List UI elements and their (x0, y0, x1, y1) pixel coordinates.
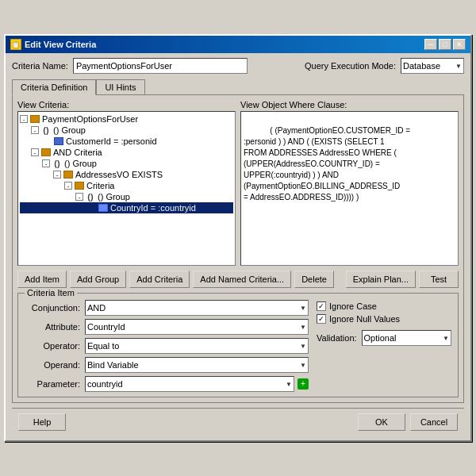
view-criteria-tree[interactable]: - PaymentOptionsForUser - () (17, 111, 236, 266)
main-window: 📋 Edit View Criteria ─ □ ✕ Criteria Name… (4, 34, 472, 442)
country-field-icon (98, 204, 108, 212)
toggle-addr[interactable]: - (53, 171, 61, 178)
tree-item-criteria1[interactable]: - Criteria (20, 180, 233, 191)
icon-and (40, 148, 52, 157)
icon-addr (63, 170, 74, 179)
ignore-null-row: ✓ Ignore Null Values (317, 314, 451, 324)
tree-label-root: PaymentOptionsForUser (42, 114, 138, 124)
view-criteria-label: View Criteria: (17, 100, 236, 109)
tree-item-root[interactable]: - PaymentOptionsForUser (20, 113, 233, 125)
operator-label: Operator: (25, 341, 80, 351)
criteria-item-left: Conjunction: AND Attribute: CountryId (25, 300, 309, 392)
view-where-panel: View Object Where Clause: ( (PaymentOpti… (240, 100, 459, 266)
ignore-null-label: Ignore Null Values (329, 314, 400, 324)
toggle-criteria1[interactable]: - (64, 182, 72, 190)
operand-select[interactable]: Bind Variable (85, 357, 309, 373)
attribute-wrapper[interactable]: CountryId (85, 319, 309, 335)
toggle-group1[interactable]: - (31, 126, 39, 134)
help-button[interactable]: Help (18, 413, 66, 431)
title-bar-left: 📋 Edit View Criteria (10, 39, 96, 50)
ignore-case-checkbox[interactable]: ✓ (317, 301, 326, 311)
title-bar: 📋 Edit View Criteria ─ □ ✕ (6, 36, 470, 53)
explain-plan-button[interactable]: Explain Plan... (346, 271, 416, 288)
add-named-criteria-button[interactable]: Add Named Criteria... (193, 271, 291, 288)
criteria-name-input[interactable] (73, 58, 248, 74)
toggle-and[interactable]: - (31, 148, 39, 156)
window-icon: 📋 (10, 39, 21, 50)
tree-item-and[interactable]: - AND Criteria (20, 147, 233, 158)
criteria-item-right: ✓ Ignore Case ✓ Ignore Null Values Valid… (317, 300, 451, 392)
icon-group1: () (40, 125, 52, 135)
tree-item-countryid[interactable]: CountryId = :countryid (20, 202, 233, 213)
tree-item-group3[interactable]: - () () Group (20, 191, 233, 202)
add-group-button[interactable]: Add Group (70, 271, 126, 288)
close-button[interactable]: ✕ (453, 39, 466, 50)
addr-icon (63, 171, 73, 178)
conjunction-select[interactable]: AND (85, 300, 309, 316)
ignore-null-checkbox[interactable]: ✓ (317, 314, 326, 324)
parameter-select[interactable]: countryid (85, 376, 294, 392)
conjunction-wrapper[interactable]: AND (85, 300, 309, 316)
maximize-button[interactable]: □ (439, 39, 451, 50)
two-panel: View Criteria: - PaymentOptionsForUser (17, 100, 459, 266)
validation-row: Validation: Optional (317, 330, 451, 346)
operand-label: Operand: (25, 360, 80, 370)
toggle-group2[interactable]: - (42, 159, 50, 167)
validation-select[interactable]: Optional (362, 330, 451, 346)
tree-label-addr: AddressesVO EXISTS (75, 170, 163, 179)
operand-wrapper[interactable]: Bind Variable (85, 357, 309, 373)
view-criteria-panel: View Criteria: - PaymentOptionsForUser (17, 100, 236, 266)
view-where-label: View Object Where Clause: (240, 100, 459, 109)
ignore-case-label: Ignore Case (329, 301, 377, 311)
tree-label-and: AND Criteria (53, 148, 102, 157)
tree-label-group3: () Group (98, 192, 130, 202)
tree-label-customerid: CustomerId = :personid (66, 136, 157, 146)
ok-button[interactable]: OK (358, 413, 405, 431)
add-criteria-button[interactable]: Add Criteria (129, 271, 190, 288)
validation-label: Validation: (317, 333, 357, 343)
tree-item-group1[interactable]: - () () Group (20, 125, 233, 136)
criteria-item-title: Criteria Item (25, 288, 77, 298)
tab-criteria[interactable]: Criteria Definition (12, 79, 96, 95)
parameter-label: Parameter: (25, 379, 80, 389)
tree-item-customerid[interactable]: CustomerId = :personid (20, 136, 233, 147)
tree-label-criteria1: Criteria (86, 181, 114, 190)
operator-wrapper[interactable]: Equal to (85, 338, 309, 354)
delete-button[interactable]: Delete (294, 271, 334, 288)
criteria-item-body: Conjunction: AND Attribute: CountryId (25, 300, 451, 392)
icon-countryid (98, 203, 109, 213)
query-exec-select[interactable]: Database (401, 58, 464, 74)
icon-group2: () (52, 159, 63, 168)
db-icon (30, 115, 40, 123)
header-row: Criteria Name: Query Execution Mode: Dat… (12, 58, 464, 74)
ok-cancel-row: OK Cancel (358, 413, 458, 431)
toggle-root[interactable]: - (20, 115, 28, 123)
ignore-case-row: ✓ Ignore Case (317, 301, 451, 311)
view-where-content: ( (PaymentOptionEO.CUSTOMER_ID = :person… (244, 126, 410, 202)
query-exec-wrapper[interactable]: Database (401, 58, 464, 74)
attribute-select[interactable]: CountryId (85, 319, 309, 335)
cancel-button[interactable]: Cancel (410, 413, 458, 431)
icon-customerid (53, 136, 64, 146)
test-button[interactable]: Test (419, 271, 459, 288)
validation-wrapper[interactable]: Optional (362, 330, 451, 346)
tab-content: View Criteria: - PaymentOptionsForUser (12, 94, 464, 403)
window-body: Criteria Name: Query Execution Mode: Dat… (6, 53, 470, 440)
add-item-button[interactable]: Add Item (17, 271, 67, 288)
operator-select[interactable]: Equal to (85, 338, 309, 354)
tree-item-addr[interactable]: - AddressesVO EXISTS (20, 169, 233, 180)
toggle-group3[interactable]: - (75, 193, 83, 201)
minimize-button[interactable]: ─ (424, 39, 437, 50)
criteria-item-group: Criteria Item Conjunction: AND (17, 293, 459, 397)
and-icon (41, 148, 51, 156)
parameter-wrapper[interactable]: countryid (85, 376, 294, 392)
icon-root (29, 114, 40, 124)
bottom-bar: Help OK Cancel (12, 408, 464, 436)
add-param-button[interactable]: + (298, 378, 309, 390)
tab-ui-hints[interactable]: UI Hints (96, 79, 144, 95)
title-controls[interactable]: ─ □ ✕ (424, 39, 466, 50)
query-exec-label: Query Execution Mode: (305, 61, 396, 71)
criteria-name-label: Criteria Name: (12, 61, 68, 71)
tree-item-group2[interactable]: - () () Group (20, 158, 233, 169)
tree-label-group1: () Group (53, 125, 86, 135)
